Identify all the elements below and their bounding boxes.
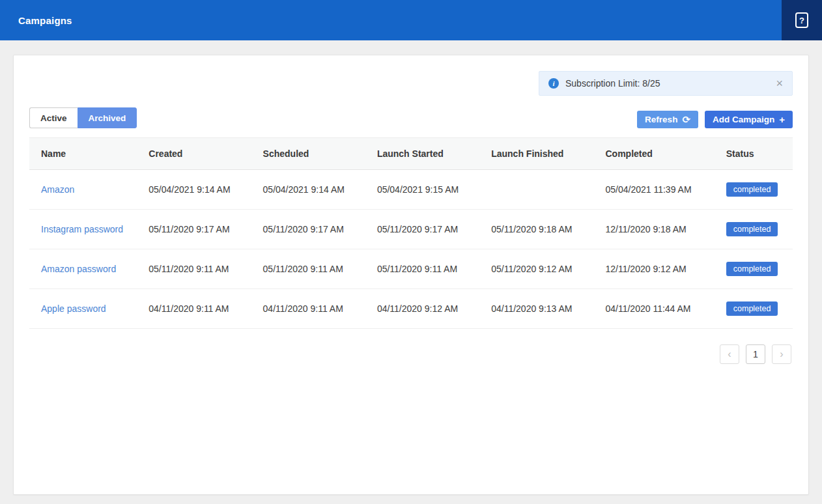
table-row: Instagram password 05/11/2020 9:17 AM 05… xyxy=(29,210,793,249)
toolbar-actions: Refresh ⟳ Add Campaign + xyxy=(637,111,793,128)
status-badge: completed xyxy=(726,301,778,316)
scheduled-cell: 05/11/2020 9:11 AM xyxy=(251,249,365,289)
table-row: Apple password 04/11/2020 9:11 AM 04/11/… xyxy=(29,289,793,329)
launch-finished-cell: 05/11/2020 9:18 AM xyxy=(479,210,593,249)
launch-finished-cell xyxy=(479,170,593,210)
column-header-scheduled: Scheduled xyxy=(251,138,365,170)
table-row: Amazon 05/04/2021 9:14 AM 05/04/2021 9:1… xyxy=(29,170,793,210)
launch-started-cell: 05/11/2020 9:11 AM xyxy=(365,249,479,289)
launch-started-cell: 05/04/2021 9:15 AM xyxy=(365,170,479,210)
close-icon[interactable]: × xyxy=(776,77,783,89)
launch-finished-cell: 04/11/2020 9:13 AM xyxy=(479,289,593,329)
column-header-launch-finished: Launch Finished xyxy=(479,138,593,170)
scheduled-cell: 04/11/2020 9:11 AM xyxy=(251,289,365,329)
completed-cell: 05/04/2021 11:39 AM xyxy=(593,170,714,210)
banner-row: i Subscription Limit: 8/25 × xyxy=(29,71,793,96)
campaign-name-link[interactable]: Instagram password xyxy=(41,224,123,234)
next-page-button[interactable]: › xyxy=(772,344,791,364)
subscription-limit-text: Subscription Limit: 8/25 xyxy=(565,78,776,89)
plus-icon: + xyxy=(779,114,785,125)
column-header-status: Status xyxy=(715,138,793,170)
column-header-completed: Completed xyxy=(593,138,714,170)
column-header-name: Name xyxy=(29,138,137,170)
campaign-name-link[interactable]: Amazon password xyxy=(41,264,116,274)
campaigns-panel: i Subscription Limit: 8/25 × Active Arch… xyxy=(13,55,809,495)
status-badge: completed xyxy=(726,222,778,236)
campaign-filter-tabs: Active Archived xyxy=(29,107,137,128)
column-header-launch-started: Launch Started xyxy=(365,138,479,170)
launch-finished-cell: 05/11/2020 9:12 AM xyxy=(479,249,593,289)
status-badge: completed xyxy=(726,182,778,197)
created-cell: 05/11/2020 9:11 AM xyxy=(137,249,251,289)
refresh-button-label: Refresh xyxy=(645,115,677,124)
page-title: Campaigns xyxy=(0,15,72,26)
info-icon: i xyxy=(548,78,559,89)
scheduled-cell: 05/04/2021 9:14 AM xyxy=(251,170,365,210)
add-campaign-button[interactable]: Add Campaign + xyxy=(705,111,793,128)
campaign-name-link[interactable]: Apple password xyxy=(41,303,106,314)
refresh-button[interactable]: Refresh ⟳ xyxy=(637,111,698,128)
launch-started-cell: 05/11/2020 9:17 AM xyxy=(365,210,479,249)
subscription-limit-banner: i Subscription Limit: 8/25 × xyxy=(539,71,793,96)
page-1-button[interactable]: 1 xyxy=(746,344,765,364)
created-cell: 05/04/2021 9:14 AM xyxy=(137,170,251,210)
campaign-name-link[interactable]: Amazon xyxy=(41,184,74,195)
prev-page-button[interactable]: ‹ xyxy=(720,344,739,364)
refresh-icon: ⟳ xyxy=(682,114,690,126)
status-badge: completed xyxy=(726,262,778,276)
tab-archived[interactable]: Archived xyxy=(78,107,137,128)
completed-cell: 04/11/2020 11:44 AM xyxy=(593,289,714,329)
controls-row: Active Archived Refresh ⟳ Add Campaign + xyxy=(29,107,793,128)
table-header-row: Name Created Scheduled Launch Started La… xyxy=(29,138,793,170)
help-icon: ? xyxy=(795,12,808,28)
created-cell: 04/11/2020 9:11 AM xyxy=(137,289,251,329)
add-campaign-button-label: Add Campaign xyxy=(713,115,774,124)
campaigns-table: Name Created Scheduled Launch Started La… xyxy=(29,137,793,329)
top-navbar: Campaigns ? xyxy=(0,0,822,40)
help-button[interactable]: ? xyxy=(782,0,822,40)
scheduled-cell: 05/11/2020 9:17 AM xyxy=(251,210,365,249)
pagination: ‹ 1 › xyxy=(29,344,793,364)
launch-started-cell: 04/11/2020 9:12 AM xyxy=(365,289,479,329)
completed-cell: 12/11/2020 9:12 AM xyxy=(593,249,714,289)
created-cell: 05/11/2020 9:17 AM xyxy=(137,210,251,249)
column-header-created: Created xyxy=(137,138,251,170)
completed-cell: 12/11/2020 9:18 AM xyxy=(593,210,714,249)
tab-active[interactable]: Active xyxy=(29,107,78,128)
table-row: Amazon password 05/11/2020 9:11 AM 05/11… xyxy=(29,249,793,289)
